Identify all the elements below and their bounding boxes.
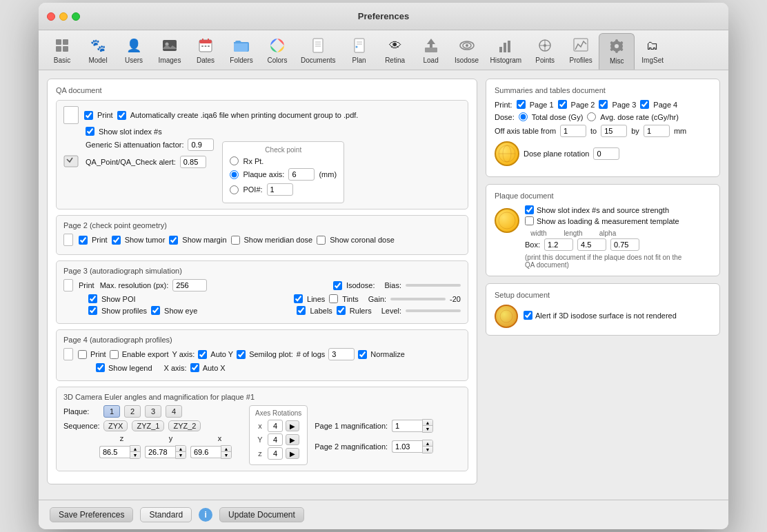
page3-show-profiles-checkbox[interactable] — [88, 306, 97, 315]
toolbar-item-basic[interactable]: Basic — [44, 33, 80, 70]
generic-si-input[interactable] — [188, 139, 214, 151]
z-down-btn[interactable]: ▼ — [130, 452, 140, 458]
level-slider[interactable] — [406, 309, 461, 312]
page3-show-poi-checkbox[interactable] — [88, 294, 97, 303]
box-alpha-input[interactable] — [610, 238, 639, 251]
page3-lines-checkbox[interactable] — [294, 294, 303, 303]
plaque-axis-radio[interactable] — [230, 170, 239, 179]
z-up-btn[interactable]: ▲ — [130, 446, 140, 452]
qa-point-input[interactable] — [180, 156, 206, 168]
x-up-btn[interactable]: ▲ — [221, 446, 231, 452]
x-down-btn[interactable]: ▼ — [221, 452, 231, 458]
page4-semilog-checkbox[interactable] — [237, 350, 246, 359]
rx-pt-radio[interactable] — [230, 156, 239, 165]
off-axis-by-input[interactable] — [644, 125, 670, 137]
page4-print-checkbox[interactable] — [78, 350, 87, 359]
page1-print-checkbox[interactable] — [84, 111, 93, 120]
x-value-input[interactable] — [190, 446, 221, 458]
save-preferences-button[interactable]: Save Preferences — [50, 507, 133, 522]
plaque-show-loading-checkbox[interactable] — [525, 216, 534, 225]
plaque-show-slot-checkbox[interactable] — [525, 205, 534, 214]
poi-radio[interactable] — [230, 185, 239, 194]
page4-auto-y-checkbox[interactable] — [198, 350, 207, 359]
page2-print-checkbox[interactable] — [79, 236, 88, 245]
standard-button[interactable]: Standard — [140, 507, 192, 522]
plaque-btn-3[interactable]: 3 — [145, 405, 161, 418]
toolbar-item-points[interactable]: Points — [527, 33, 563, 70]
y-rot-btn[interactable]: ▶ — [286, 434, 299, 445]
toolbar-item-images[interactable]: Images — [152, 33, 188, 70]
page3-rulers-checkbox[interactable] — [337, 306, 346, 315]
page3-isodose-checkbox[interactable] — [333, 281, 342, 290]
setup-alert-checkbox[interactable] — [524, 311, 532, 320]
x-rot-btn[interactable]: ▶ — [286, 420, 299, 431]
z-value-input[interactable] — [99, 446, 130, 458]
y-rot-input[interactable] — [268, 433, 283, 446]
seq-zyz2-btn[interactable]: ZYZ_2 — [168, 420, 201, 431]
seq-zyx-btn[interactable]: ZYX — [103, 420, 128, 431]
toolbar-item-plan[interactable]: Plan — [341, 33, 377, 70]
dose-plane-input[interactable] — [593, 147, 619, 160]
total-dose-radio[interactable] — [519, 112, 528, 121]
toolbar-item-documents[interactable]: Documents — [295, 33, 341, 70]
toolbar-item-misc[interactable]: Misc — [599, 33, 635, 70]
page4-show-legend-checkbox[interactable] — [96, 363, 105, 372]
page1-mag-input[interactable] — [392, 420, 422, 432]
page3-show-eye-checkbox[interactable] — [151, 306, 160, 315]
off-axis-to-input[interactable] — [601, 125, 627, 137]
gain-slider[interactable] — [390, 298, 446, 300]
off-axis-from-input[interactable] — [560, 125, 586, 137]
minimize-button[interactable] — [59, 12, 68, 21]
close-button[interactable] — [47, 12, 55, 21]
toolbar-item-retina[interactable]: 👁 Retina — [377, 33, 413, 70]
toolbar-item-profiles[interactable]: Profiles — [563, 33, 599, 70]
page2-show-coronal-checkbox[interactable] — [317, 236, 326, 245]
bias-slider[interactable] — [406, 284, 461, 287]
sum-page2-checkbox[interactable] — [558, 100, 567, 109]
page2-show-meridian-checkbox[interactable] — [231, 236, 240, 245]
toolbar-item-users[interactable]: 👤 Users — [116, 33, 152, 70]
toolbar-item-isodose[interactable]: Isodose — [449, 33, 485, 70]
page4-enable-export-checkbox[interactable] — [110, 350, 119, 359]
page2-show-tumor-checkbox[interactable] — [112, 236, 121, 245]
y-down-btn[interactable]: ▼ — [176, 452, 186, 458]
toolbar-item-histogram[interactable]: Histogram — [485, 33, 528, 70]
avg-dose-radio[interactable] — [587, 112, 596, 121]
z-rot-input[interactable] — [268, 447, 283, 460]
plaque-btn-2[interactable]: 2 — [124, 405, 141, 418]
page2-show-margin-checkbox[interactable] — [169, 236, 178, 245]
toolbar-item-model[interactable]: 🐾 Model — [80, 33, 116, 70]
x-rot-input[interactable] — [268, 420, 283, 432]
page1-mag-down[interactable]: ▼ — [423, 426, 432, 432]
info-button[interactable]: i — [199, 508, 212, 522]
toolbar-item-imgset[interactable]: 🗂 ImgSet — [635, 33, 670, 70]
update-document-button[interactable]: Update Document — [219, 507, 304, 522]
plaque-axis-input[interactable] — [288, 168, 315, 181]
sum-page1-checkbox[interactable] — [517, 100, 526, 109]
box-width-input[interactable] — [544, 238, 573, 251]
page1-auto-create-checkbox[interactable] — [117, 111, 126, 120]
page3-max-res-input[interactable] — [172, 279, 207, 291]
sum-page4-checkbox[interactable] — [640, 100, 649, 109]
page2-mag-input[interactable] — [392, 440, 422, 453]
page4-num-logs-input[interactable] — [328, 348, 355, 360]
z-rot-btn[interactable]: ▶ — [286, 448, 299, 459]
toolbar-item-dates[interactable]: Dates — [188, 33, 223, 70]
sum-page3-checkbox[interactable] — [599, 100, 608, 109]
y-value-input[interactable] — [145, 446, 175, 458]
seq-zyz1-btn[interactable]: ZYZ_1 — [132, 420, 164, 431]
poi-input[interactable] — [267, 183, 293, 196]
page3-tints-checkbox[interactable] — [329, 294, 338, 303]
maximize-button[interactable] — [72, 12, 80, 21]
box-length-input[interactable] — [577, 238, 606, 251]
page1-show-slot-checkbox[interactable] — [86, 127, 94, 136]
page1-mag-up[interactable]: ▲ — [423, 420, 432, 426]
toolbar-item-folders[interactable]: Folders — [223, 33, 259, 70]
toolbar-item-load[interactable]: Load — [413, 33, 449, 70]
page4-auto-x-checkbox[interactable] — [190, 363, 199, 372]
page2-mag-down[interactable]: ▼ — [423, 447, 432, 453]
plaque-btn-1[interactable]: 1 — [103, 405, 120, 418]
toolbar-item-colors[interactable]: Colors — [259, 33, 295, 70]
y-up-btn[interactable]: ▲ — [176, 446, 186, 452]
page2-mag-up[interactable]: ▲ — [423, 440, 432, 447]
